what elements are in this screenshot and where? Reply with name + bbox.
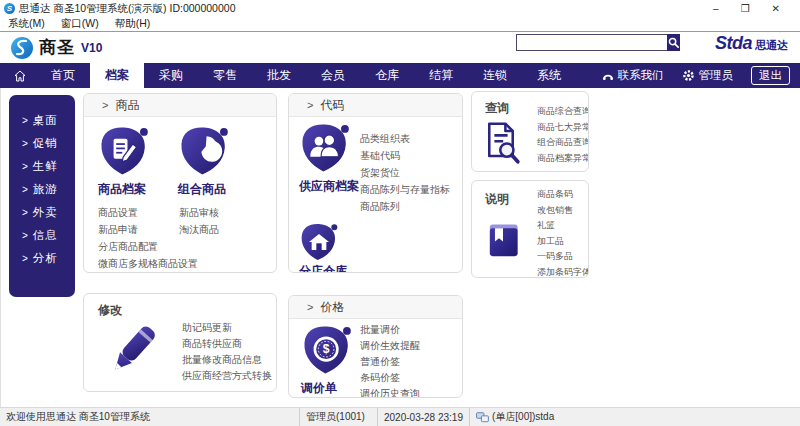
card-price-header: > 价格 [289,296,462,319]
menubar: 系统(M) 窗口(W) 帮助(H) [0,16,800,32]
chevron-icon: > [22,184,29,195]
link-item[interactable]: 导出盘点商品 [98,272,179,273]
link-item[interactable]: 淘汰商品 [179,221,219,238]
home-icon[interactable] [0,63,36,88]
tile-price-adjustment[interactable]: $ 调价单 [301,324,353,397]
brand-cn: 思通达 [755,38,788,53]
link-item[interactable]: 供应商经营方式转换 [182,368,272,384]
link-item[interactable]: 调价历史查询 [360,386,420,398]
contact-us-link[interactable]: 联系我们 [602,68,664,83]
sidebar-label: 外卖 [33,206,58,218]
link-item[interactable]: 品类组织表 [360,130,450,147]
link-item[interactable]: 礼篮 [537,218,589,234]
chevron-icon: > [307,99,313,111]
card-products: > 商品 商品档案 [83,93,277,273]
link-item[interactable]: 组合商品查询 [537,135,589,151]
menu-help[interactable]: 帮助(H) [115,17,151,31]
link-item[interactable]: 商品档案异常 [537,151,589,167]
link-item[interactable]: 助记码更新 [182,320,272,336]
sidebar-item-travel[interactable]: >旅游 [9,178,75,201]
tile-combo-product[interactable]: 组合商品 [178,125,230,198]
logout-button[interactable]: 退出 [751,66,790,85]
link-item[interactable]: 条码价签 [360,370,420,386]
nav-item-retail[interactable]: 零售 [198,63,252,88]
sidebar-item-desktop[interactable]: >桌面 [9,109,75,132]
card-title: 查询 [485,100,509,117]
window-controls: – ❐ ✕ [713,4,794,14]
contact-us-label: 联系我们 [618,68,664,83]
sidebar-item-promotion[interactable]: >促销 [9,132,75,155]
link-item[interactable]: 微商店多规格商品设置 [98,255,179,272]
link-item[interactable]: 批量调价 [360,322,420,338]
link-item[interactable]: 调价生效提醒 [360,338,420,354]
link-item[interactable]: 普通价签 [360,354,420,370]
titlebar: S 思通达 商圣10管理系统(演示版) ID:000000000 – ❐ ✕ [0,0,800,16]
menu-window[interactable]: 窗口(W) [61,17,99,31]
menu-system[interactable]: 系统(M) [8,17,45,31]
nav-item-warehouse[interactable]: 仓库 [360,63,414,88]
nav-item-chain[interactable]: 连锁 [468,63,522,88]
minimize-button[interactable]: – [713,4,719,14]
link-item[interactable]: 改包销售 [537,203,589,219]
status-user: 管理员(1001) [300,408,378,426]
link-item[interactable]: 商品陈列 [360,198,450,215]
tile-supplier-archive[interactable]: 供应商档案 [299,122,359,195]
sidebar-label: 分析 [33,252,58,264]
card-title: 代码 [320,97,344,114]
link-item[interactable]: 分店商品配置 [98,238,179,255]
supplier-archive-icon [299,122,351,174]
nav-item-purchase[interactable]: 采购 [144,63,198,88]
search-bar [516,34,669,51]
nav-item-member[interactable]: 会员 [306,63,360,88]
link-item[interactable]: 新品审核 [179,204,219,221]
nav-item-home[interactable]: 首页 [36,63,90,88]
sidebar-item-takeout[interactable]: >外卖 [9,201,75,224]
nav-item-system[interactable]: 系统 [522,63,576,88]
tile-branch-warehouse[interactable]: 分店仓库 [299,222,347,273]
sidebar-item-fresh[interactable]: >生鲜 [9,155,75,178]
network-computers-icon [476,412,489,423]
nav-item-settlement[interactable]: 结算 [414,63,468,88]
admin-menu[interactable]: 管理员 [682,68,734,83]
link-item[interactable]: 商品七大异常 [537,120,589,136]
link-item[interactable]: 商品综合查询 [537,104,589,120]
tile-label: 分店仓库 [299,263,347,273]
branch-warehouse-icon [299,222,339,262]
tile-product-archive[interactable]: 商品档案 [98,125,150,198]
link-item[interactable]: 商品条码 [537,187,589,203]
link-item[interactable]: 批量修改商品信息 [182,352,272,368]
card-price: > 价格 $ 调价单 批量调价 调价生效提醒 普通价签 条码价签 调价历史查询 [288,295,463,398]
close-button[interactable]: ✕ [772,4,780,14]
price-links: 批量调价 调价生效提醒 普通价签 条码价签 调价历史查询 [360,322,420,398]
link-item[interactable]: 一码多品 [537,249,589,265]
link-item[interactable]: 商品设置 [98,204,179,221]
card-title: 价格 [320,299,344,316]
tile-label: 供应商档案 [299,178,359,195]
main-navbar: 首页 档案 采购 零售 批发 会员 仓库 结算 连锁 系统 联系我们 管理员 退… [0,63,800,88]
search-button[interactable] [667,34,680,51]
query-links: 商品综合查询 商品七大异常 组合商品查询 商品档案异常 [537,104,589,166]
sidebar-label: 旅游 [33,183,58,195]
link-item[interactable]: 添加条码字体 [537,265,589,279]
company-brand: Stda 思通达 [715,33,788,54]
search-input[interactable] [516,34,667,51]
products-links-left: 商品设置 新品申请 分店商品配置 微商店多规格商品设置 导出盘点商品 [98,204,179,273]
card-products-header: > 商品 [84,94,276,117]
sidebar-item-analysis[interactable]: >分析 [9,247,75,270]
product-logo: 商圣 V10 [10,36,102,60]
window-title: 思通达 商圣10管理系统(演示版) ID:000000000 [19,2,235,16]
link-item[interactable]: 商品转供应商 [182,336,272,352]
modify-links: 助记码更新 商品转供应商 批量修改商品信息 供应商经营方式转换 [182,320,272,384]
nav-item-wholesale[interactable]: 批发 [252,63,306,88]
link-item[interactable]: 加工品 [537,234,589,250]
maximize-button[interactable]: ❐ [741,4,750,14]
link-item[interactable]: 商品陈列与存量指标 [360,181,450,198]
nav-item-archive[interactable]: 档案 [90,63,144,88]
chevron-icon: > [22,207,29,218]
navbar-right: 联系我们 管理员 退出 [602,63,800,88]
sidebar-item-info[interactable]: >信息 [9,224,75,247]
gear-icon [682,69,695,82]
link-item[interactable]: 新品申请 [98,221,179,238]
link-item[interactable]: 货架货位 [360,164,450,181]
link-item[interactable]: 基础代码 [360,147,450,164]
